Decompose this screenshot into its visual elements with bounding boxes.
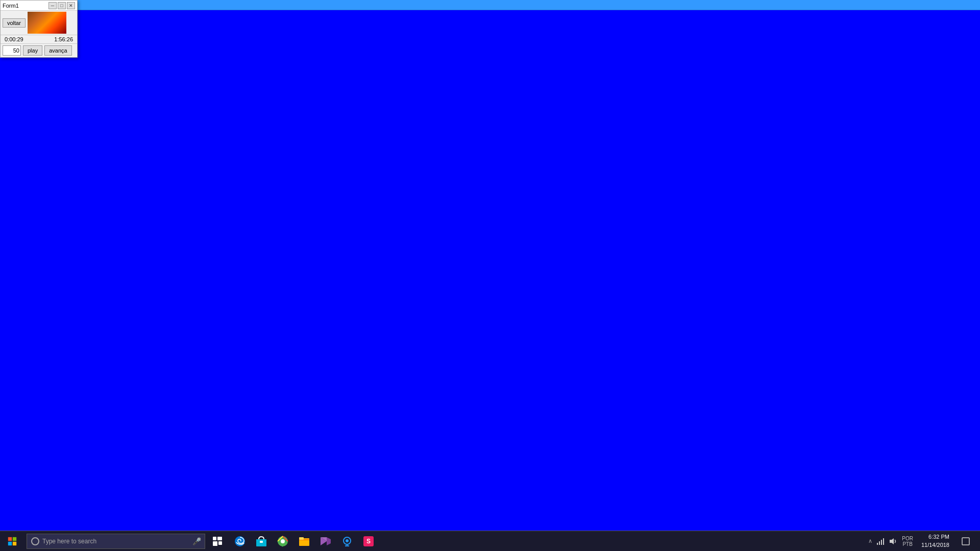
svg-rect-6 (213, 541, 217, 546)
svg-rect-3 (13, 541, 16, 545)
system-clock[interactable]: 6:32 PM 11/14/2018 (917, 533, 953, 549)
svg-point-12 (281, 539, 285, 543)
svg-rect-7 (218, 541, 222, 545)
window-controls: ─ □ ✕ (48, 2, 75, 9)
svg-marker-15 (321, 537, 327, 545)
file-explorer-icon[interactable] (294, 531, 314, 552)
svg-rect-4 (213, 537, 216, 540)
microphone-icon: 🎤 (192, 537, 201, 545)
language-indicator[interactable]: POR PTB (900, 536, 915, 547)
svg-text:S: S (366, 538, 371, 545)
svg-point-18 (344, 537, 351, 544)
avanca-button[interactable]: avança (44, 45, 71, 56)
svg-point-8 (235, 536, 245, 546)
minimize-button[interactable]: ─ (48, 2, 57, 9)
svg-marker-28 (890, 538, 894, 544)
svg-point-11 (278, 536, 288, 546)
svg-marker-17 (321, 537, 327, 541)
svg-rect-26 (881, 540, 882, 545)
svg-rect-22 (363, 536, 374, 546)
svg-rect-2 (8, 541, 12, 545)
svg-rect-5 (217, 537, 222, 540)
current-time: 0:00:29 (5, 36, 23, 42)
system-tray: ∧ POR PTB (867, 531, 980, 552)
svg-rect-24 (877, 543, 878, 545)
task-view-button[interactable] (207, 531, 228, 552)
notification-button[interactable] (955, 531, 976, 552)
start-button[interactable] (0, 531, 24, 552)
svg-rect-13 (299, 538, 309, 546)
unknown-app-icon[interactable]: S (358, 531, 379, 552)
svg-rect-29 (962, 538, 969, 545)
svg-rect-27 (883, 538, 884, 545)
clock-date: 11/14/2018 (921, 541, 949, 549)
language-text: POR (902, 536, 913, 541)
step-input[interactable] (3, 45, 21, 56)
total-time: 1:56:26 (54, 36, 73, 42)
search-icon (31, 537, 39, 545)
search-placeholder-text: Type here to search (42, 538, 189, 545)
store-icon[interactable] (251, 531, 272, 552)
svg-rect-14 (299, 537, 304, 540)
taskbar-pinned-apps: S (230, 531, 379, 552)
form1-window: Form1 ─ □ ✕ voltar 0:00:29 1:56:26 play … (0, 0, 78, 58)
qbittorrent-icon[interactable] (337, 531, 357, 552)
window-title: Form1 (3, 3, 48, 9)
svg-rect-1 (13, 537, 16, 540)
top-blue-strip (78, 0, 980, 10)
volume-icon[interactable] (888, 536, 898, 546)
search-bar[interactable]: Type here to search 🎤 (27, 534, 205, 549)
voltar-button[interactable]: voltar (3, 18, 26, 28)
notification-icon (962, 537, 970, 545)
play-button[interactable]: play (23, 45, 42, 56)
svg-rect-25 (879, 541, 880, 545)
svg-rect-10 (260, 541, 263, 543)
edge-browser-icon[interactable] (230, 531, 250, 552)
visual-studio-icon[interactable] (315, 531, 336, 552)
windows-logo-icon (8, 537, 17, 546)
task-view-icon (213, 537, 222, 546)
region-text: PTB (902, 541, 912, 547)
taskbar: Type here to search 🎤 (0, 531, 980, 551)
video-thumbnail (28, 12, 66, 34)
tray-icons: ∧ (867, 536, 898, 546)
network-icon[interactable] (875, 536, 886, 546)
controls-row: play avança (1, 44, 77, 57)
time-row: 0:00:29 1:56:26 (1, 35, 77, 44)
svg-point-19 (346, 539, 349, 542)
svg-marker-16 (327, 537, 331, 545)
tray-chevron[interactable]: ∧ (867, 536, 873, 546)
title-bar: Form1 ─ □ ✕ (1, 1, 77, 11)
close-button[interactable]: ✕ (67, 2, 75, 9)
thumbnail-row: voltar (1, 11, 77, 35)
chrome-icon[interactable] (273, 531, 293, 552)
restore-button[interactable]: □ (58, 2, 66, 9)
svg-rect-9 (256, 539, 266, 546)
clock-time: 6:32 PM (928, 533, 949, 541)
svg-rect-0 (8, 537, 12, 540)
